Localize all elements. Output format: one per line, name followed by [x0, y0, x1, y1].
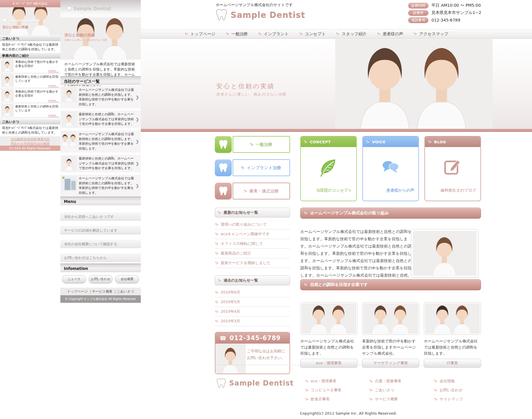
tablet-hero-text: 安心と信頼の実績 患者さんに優しい、痛みの少ない治療: [64, 33, 107, 42]
cosmetic-treatment-button[interactable]: 審美・矯正治療: [215, 183, 290, 199]
footer-link[interactable]: コンピュータ事業: [305, 388, 367, 393]
footer-link[interactable]: お問い合わせ: [434, 388, 496, 393]
news-link-label: オフィスの移転に関して: [221, 241, 263, 246]
service-item[interactable]: ホームページサンプル株式会社では最新技術と自然との調和を目指します。革新的な技術…: [60, 175, 141, 197]
service-item[interactable]: ホームページサンプル株式会社では最新技術と自然との調和を目指します。革新的な技術…: [60, 130, 141, 153]
menu-item-company[interactable]: 当社の会社概要について確認する: [60, 239, 141, 248]
nav-label: インプラント: [264, 31, 289, 37]
dots-icon: [300, 32, 303, 36]
tablet-menu-header: Menu: [60, 197, 141, 205]
nav-staff[interactable]: スタッフ紹介: [336, 31, 366, 37]
more-link[interactable]: more...: [48, 84, 59, 87]
list-item[interactable]: 最新技術と自然との調和を目指しています more...: [0, 103, 60, 118]
concept-card-link[interactable]: 当医院のコンセプト: [301, 188, 356, 193]
nav-concept[interactable]: コンセプト: [300, 31, 326, 37]
footer-link-label: 会社情報: [440, 379, 455, 384]
more-link[interactable]: more...: [48, 69, 59, 73]
news-list: 環境への取り組みについて ecoキャンペーン開催中です オフィスの移転に関して …: [215, 220, 290, 268]
concept-card[interactable]: CONCEPT 当医院のコンセプト: [300, 136, 357, 201]
nav-general[interactable]: 一般治療: [226, 31, 248, 37]
initiatives-photo: [413, 231, 477, 276]
marketing-business-button[interactable]: マーケティング事業: [362, 359, 419, 367]
initiatives-text: ホームページサンプル株式会社では最新技術と自然との調和を目指します。革新的な技術…: [300, 228, 415, 279]
list-item[interactable]: 革新的な技術で世の中を動かす企業を目指す more...: [0, 88, 60, 103]
general-treatment-button[interactable]: 一般治療: [215, 136, 290, 153]
footer-logo[interactable]: Sample Dentist: [215, 377, 294, 389]
list-item[interactable]: 革新的な技術で世の中を動かす企業を目指す more...: [0, 59, 60, 73]
voice-card[interactable]: VOICE 患者様からの声: [362, 136, 419, 201]
mobile-title-bar: ﾎｰﾑﾍﾟｰｼﾞ ｻﾝﾌﾟﾙ株式会社: [0, 0, 60, 7]
service-item-photo: [62, 177, 76, 190]
footer-link[interactable]: サイトマップ: [434, 397, 496, 402]
dots-icon: [378, 32, 381, 36]
news-link[interactable]: 新規サービスを開始しました: [215, 258, 290, 268]
implant-treatment-button[interactable]: インプラント治療: [215, 159, 290, 176]
service-item[interactable]: 最新技術と自然との調和。ホームページサンプル株式会社では革新的な技術で世の中を動…: [60, 111, 141, 128]
archive-link[interactable]: 2010年5月: [215, 297, 290, 307]
dots-icon: [370, 380, 373, 383]
nav-voice[interactable]: 患者様の声: [378, 31, 403, 37]
contact-button[interactable]: お問い合わせ: [89, 275, 113, 283]
footer-link[interactable]: サービス概要: [370, 397, 431, 402]
footer-link[interactable]: 飲食店事業: [305, 397, 367, 402]
service-item-photo: [62, 113, 76, 126]
card-title: VOICE: [372, 140, 386, 144]
blog-card[interactable]: BLOG 歯科衛生士のブログ: [424, 136, 481, 201]
news-list-header: 最新のお知らせ一覧: [215, 208, 290, 218]
tablet-information-header: Infomation: [60, 264, 141, 272]
news-button[interactable]: ニュース: [62, 275, 86, 283]
menu-item-services[interactable]: サービスの詳細を解説しています: [60, 226, 141, 234]
company-button[interactable]: 会社概要: [115, 275, 139, 283]
service-item-text: 最新技術と自然との調和。ホームページサンプル株式会社では革新的な技術で世の中を動…: [79, 156, 139, 171]
business-photo: [301, 303, 356, 334]
speech-bubbles-icon: [363, 147, 418, 188]
tablet-info-buttons: ニュース お問い合わせ 会社概要: [62, 275, 139, 283]
eco-business-button[interactable]: eco・環境事業: [300, 359, 357, 367]
concept-card-header: CONCEPT: [301, 137, 356, 147]
more-link[interactable]: more...: [48, 99, 59, 102]
news-link[interactable]: オフィスの移転に関して: [215, 239, 290, 249]
nav-access[interactable]: アクセスマップ: [414, 31, 448, 37]
dots-icon: [370, 398, 373, 401]
screenshot-canvas: ﾎｰﾑﾍﾟｰｼﾞ ｻﾝﾌﾟﾙ株式会社 Sample Dentist 安心と信頼の…: [0, 0, 532, 419]
service-item[interactable]: ホームページサンプル株式会社では最新技術と自然との調和を目指します。革新的な技術…: [60, 86, 141, 108]
footer-link[interactable]: 介護・医療事業: [370, 379, 431, 384]
tablet-services-header: 当社のサービス一覧: [60, 76, 141, 85]
site-logo[interactable]: Sample Dentist: [214, 8, 305, 22]
archive-link[interactable]: 2010年6月: [215, 288, 290, 297]
address-value: 見本県見本市サンプル1−2: [431, 10, 481, 15]
footer-link[interactable]: eco・環境事業: [305, 379, 367, 384]
service-item-text: ホームページサンプル株式会社では最新技術と自然との調和を目指します。革新的な技術…: [79, 132, 139, 151]
news-link[interactable]: 環境への取り組みについて: [215, 220, 290, 229]
footer-link[interactable]: 会社情報: [434, 379, 496, 384]
blog-card-link[interactable]: 歯科衛生士のブログ: [425, 188, 480, 193]
more-link[interactable]: more...: [48, 114, 59, 117]
mobile-footer-links-line1[interactable]: 会社概要|技術情報|事業内容: [0, 137, 60, 142]
menu-item-contact[interactable]: お問い合わせはこちらから: [60, 253, 141, 262]
mobile-logo-text: Sample Dentist: [8, 18, 40, 23]
tablet-hero-subtitle: 患者さんに優しい、痛みの少ない治療: [64, 38, 107, 42]
service-item[interactable]: 最新技術と自然との調和。ホームページサンプル株式会社では革新的な技術で世の中を動…: [60, 155, 141, 172]
news-link[interactable]: ecoキャンペーン開催中です: [215, 229, 290, 239]
menu-item-greeting[interactable]: 当社から皆様へごあいさつです: [60, 212, 141, 221]
news-link[interactable]: 最新商品のご紹介: [215, 249, 290, 258]
nav-implant[interactable]: インプラント: [259, 31, 289, 37]
dots-icon: [215, 300, 219, 304]
mobile-hero-title: 安心と信頼の実績: [2, 25, 28, 29]
footer-divider: [215, 365, 482, 365]
archive-list: 2010年6月 2010年5月 2010年4月 2010年3月: [215, 288, 290, 326]
archive-link[interactable]: 2010年4月: [215, 307, 290, 317]
it-business-button[interactable]: IT事業: [424, 359, 481, 367]
archive-link[interactable]: 2010年3月: [215, 317, 290, 326]
nav-top[interactable]: トップページ: [185, 31, 215, 37]
chevron-right-icon: ❯: [136, 139, 139, 144]
dots-icon: [215, 310, 219, 313]
voice-card-link[interactable]: 患者様からの声: [363, 188, 418, 193]
service-item-text: 最新技術と自然との調和。ホームページサンプル株式会社では革新的な技術で世の中を動…: [79, 112, 139, 127]
list-item[interactable]: 最新技術と自然との調和を目指しています more...: [0, 73, 60, 88]
harmony-section-header: 自然との調和を目指す企業です: [300, 279, 481, 290]
footer-link[interactable]: ごあいさつ: [370, 388, 431, 393]
tablet-footer-nav[interactable]: トップページ ｜サービス概要 ｜ごあいさつ: [60, 288, 141, 295]
list-item-text: 最新技術と自然との調和を目指しています: [15, 104, 59, 112]
mobile-business-list: 革新的な技術で世の中を動かす企業を目指す more... 最新技術と自然との調和…: [0, 58, 60, 119]
